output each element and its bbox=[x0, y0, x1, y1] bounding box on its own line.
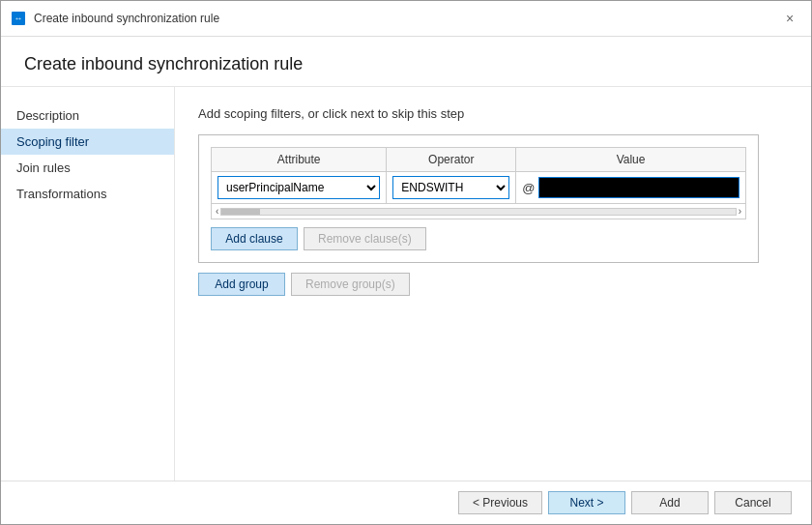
remove-clause-button[interactable]: Remove clause(s) bbox=[304, 227, 426, 250]
operator-cell: ENDSWITH bbox=[387, 172, 516, 204]
sidebar-item-description[interactable]: Description bbox=[1, 102, 174, 129]
filter-table: Attribute Operator Value userPrincipalNa… bbox=[211, 147, 746, 219]
page-title: Create inbound synchronization rule bbox=[1, 37, 811, 87]
operator-select[interactable]: ENDSWITH bbox=[392, 176, 509, 199]
add-clause-button[interactable]: Add clause bbox=[211, 227, 298, 250]
value-cell: @ bbox=[516, 172, 746, 204]
svg-text:↔: ↔ bbox=[14, 14, 23, 23]
footer: < Previous Next > Add Cancel bbox=[1, 481, 811, 524]
cancel-button[interactable]: Cancel bbox=[714, 491, 792, 514]
window-title: Create inbound synchronization rule bbox=[34, 12, 219, 25]
close-button[interactable]: × bbox=[778, 7, 801, 30]
scroll-left-arrow[interactable]: ‹ bbox=[216, 206, 218, 217]
main-window: ↔ Create inbound synchronization rule × … bbox=[0, 0, 812, 525]
window-icon: ↔ bbox=[11, 11, 26, 26]
scroll-bar-row: ‹ › bbox=[212, 204, 746, 219]
panel-subtitle: Add scoping filters, or click next to sk… bbox=[198, 106, 788, 121]
remove-group-button[interactable]: Remove group(s) bbox=[291, 273, 410, 296]
content-area: Create inbound synchronization rule Desc… bbox=[1, 37, 811, 481]
sidebar-item-transformations[interactable]: Transformations bbox=[1, 181, 174, 207]
panel: Add scoping filters, or click next to sk… bbox=[175, 87, 811, 481]
title-bar-left: ↔ Create inbound synchronization rule bbox=[11, 11, 219, 26]
add-button[interactable]: Add bbox=[631, 491, 709, 514]
clause-buttons: Add clause Remove clause(s) bbox=[211, 227, 746, 250]
scroll-right-arrow[interactable]: › bbox=[739, 206, 741, 217]
filter-row: userPrincipalName ENDSWITH bbox=[212, 172, 746, 204]
sidebar-item-scoping-filter[interactable]: Scoping filter bbox=[1, 129, 174, 155]
scroll-indicator: ‹ › bbox=[216, 206, 741, 217]
attribute-cell: userPrincipalName bbox=[212, 172, 387, 204]
scroll-area: ‹ › bbox=[212, 204, 746, 219]
attribute-select[interactable]: userPrincipalName bbox=[218, 176, 380, 199]
value-at-symbol: @ bbox=[522, 181, 535, 195]
value-input-group: @ bbox=[522, 177, 740, 198]
main-area: Description Scoping filter Join rules Tr… bbox=[1, 87, 811, 481]
col-header-attribute: Attribute bbox=[212, 148, 387, 172]
sidebar-item-join-rules[interactable]: Join rules bbox=[1, 155, 174, 181]
title-bar: ↔ Create inbound synchronization rule × bbox=[1, 1, 811, 37]
add-group-button[interactable]: Add group bbox=[198, 273, 285, 296]
group-buttons: Add group Remove group(s) bbox=[198, 273, 788, 296]
value-input[interactable] bbox=[538, 177, 740, 198]
col-header-value: Value bbox=[516, 148, 746, 172]
sidebar: Description Scoping filter Join rules Tr… bbox=[1, 87, 175, 481]
previous-button[interactable]: < Previous bbox=[458, 491, 542, 514]
col-header-operator: Operator bbox=[387, 148, 516, 172]
next-button[interactable]: Next > bbox=[548, 491, 625, 514]
filter-container: Attribute Operator Value userPrincipalNa… bbox=[198, 134, 759, 263]
